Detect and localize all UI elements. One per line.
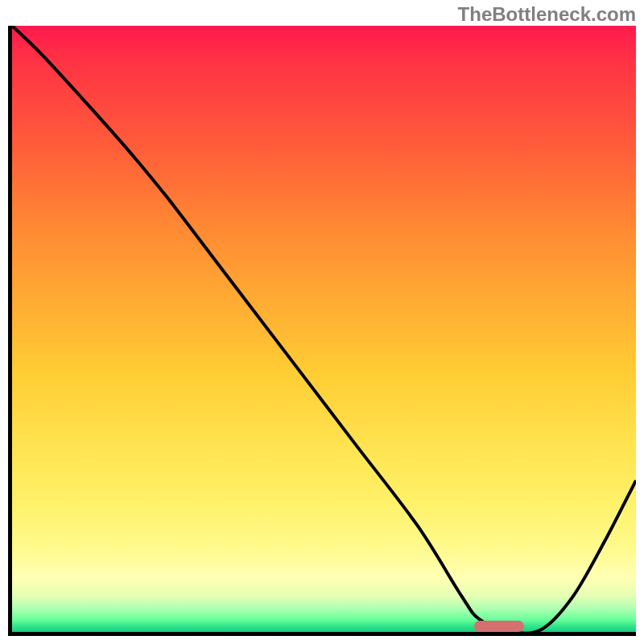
line-series (12, 26, 636, 632)
chart-container: TheBottleneck.com (0, 0, 644, 644)
watermark-text: TheBottleneck.com (458, 3, 636, 26)
plot-frame (8, 26, 636, 636)
curve-path (12, 26, 636, 632)
highlight-marker (474, 621, 524, 632)
